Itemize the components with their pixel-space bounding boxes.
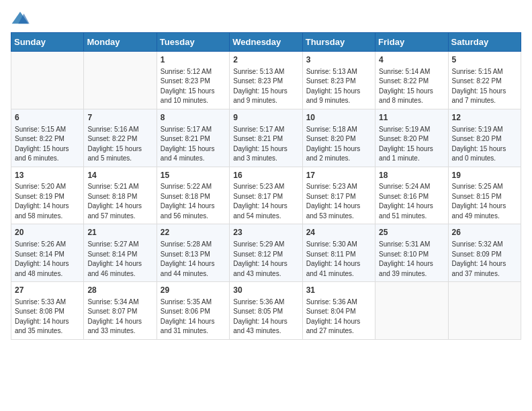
day-info: Sunrise: 5:29 AM Sunset: 8:12 PM Dayligh…	[233, 240, 298, 279]
day-number: 24	[306, 227, 371, 238]
calendar-cell: 11Sunrise: 5:19 AM Sunset: 8:20 PM Dayli…	[375, 109, 448, 167]
day-info: Sunrise: 5:17 AM Sunset: 8:21 PM Dayligh…	[161, 125, 226, 164]
day-number: 20	[15, 227, 80, 238]
calendar-cell: 18Sunrise: 5:24 AM Sunset: 8:16 PM Dayli…	[375, 167, 448, 224]
calendar-cell: 22Sunrise: 5:28 AM Sunset: 8:13 PM Dayli…	[157, 224, 229, 282]
day-info: Sunrise: 5:24 AM Sunset: 8:16 PM Dayligh…	[379, 182, 444, 221]
day-info: Sunrise: 5:26 AM Sunset: 8:14 PM Dayligh…	[15, 240, 80, 279]
col-header-monday: Monday	[84, 33, 157, 52]
day-info: Sunrise: 5:13 AM Sunset: 8:23 PM Dayligh…	[233, 67, 298, 106]
calendar-cell: 28Sunrise: 5:34 AM Sunset: 8:07 PM Dayli…	[84, 282, 157, 340]
day-info: Sunrise: 5:36 AM Sunset: 8:04 PM Dayligh…	[306, 298, 371, 336]
calendar-table: SundayMondayTuesdayWednesdayThursdayFrid…	[11, 32, 521, 340]
day-number: 21	[87, 227, 152, 238]
calendar-week-5: 27Sunrise: 5:33 AM Sunset: 8:08 PM Dayli…	[11, 282, 521, 340]
calendar-cell: 16Sunrise: 5:23 AM Sunset: 8:17 PM Dayli…	[230, 167, 302, 224]
day-number: 14	[87, 170, 152, 181]
day-info: Sunrise: 5:30 AM Sunset: 8:11 PM Dayligh…	[306, 240, 371, 279]
day-number: 31	[306, 285, 371, 296]
calendar-week-1: 1Sunrise: 5:12 AM Sunset: 8:23 PM Daylig…	[11, 52, 521, 109]
day-info: Sunrise: 5:28 AM Sunset: 8:13 PM Dayligh…	[161, 240, 226, 279]
calendar-cell: 19Sunrise: 5:25 AM Sunset: 8:15 PM Dayli…	[448, 167, 521, 224]
day-number: 7	[87, 112, 152, 124]
day-number: 29	[161, 285, 226, 296]
calendar-cell: 5Sunrise: 5:15 AM Sunset: 8:22 PM Daylig…	[448, 52, 521, 109]
day-number: 30	[233, 285, 298, 296]
day-number: 13	[15, 170, 80, 181]
page-header	[11, 11, 521, 26]
day-number: 1	[161, 54, 226, 66]
day-number: 16	[233, 170, 298, 181]
calendar-week-2: 6Sunrise: 5:15 AM Sunset: 8:22 PM Daylig…	[11, 109, 521, 167]
col-header-saturday: Saturday	[448, 33, 521, 52]
calendar-cell: 6Sunrise: 5:15 AM Sunset: 8:22 PM Daylig…	[11, 109, 84, 167]
day-info: Sunrise: 5:33 AM Sunset: 8:08 PM Dayligh…	[15, 298, 80, 336]
calendar-cell: 20Sunrise: 5:26 AM Sunset: 8:14 PM Dayli…	[11, 224, 84, 282]
calendar-cell	[84, 52, 157, 109]
day-number: 25	[379, 227, 444, 238]
col-header-friday: Friday	[375, 33, 448, 52]
logo-icon	[11, 11, 30, 26]
calendar-cell: 17Sunrise: 5:23 AM Sunset: 8:17 PM Dayli…	[302, 167, 375, 224]
day-info: Sunrise: 5:21 AM Sunset: 8:18 PM Dayligh…	[87, 182, 152, 221]
calendar-cell	[448, 282, 521, 340]
calendar-cell	[11, 52, 84, 109]
day-number: 19	[452, 170, 517, 181]
day-info: Sunrise: 5:31 AM Sunset: 8:10 PM Dayligh…	[379, 240, 444, 279]
calendar-cell: 7Sunrise: 5:16 AM Sunset: 8:22 PM Daylig…	[84, 109, 157, 167]
calendar-cell: 13Sunrise: 5:20 AM Sunset: 8:19 PM Dayli…	[11, 167, 84, 224]
calendar-cell: 9Sunrise: 5:17 AM Sunset: 8:21 PM Daylig…	[230, 109, 302, 167]
day-info: Sunrise: 5:20 AM Sunset: 8:19 PM Dayligh…	[15, 182, 80, 221]
calendar-cell: 26Sunrise: 5:32 AM Sunset: 8:09 PM Dayli…	[448, 224, 521, 282]
day-number: 12	[452, 112, 517, 124]
day-number: 22	[161, 227, 226, 238]
day-info: Sunrise: 5:23 AM Sunset: 8:17 PM Dayligh…	[233, 182, 298, 221]
day-number: 28	[87, 285, 152, 296]
calendar-cell: 14Sunrise: 5:21 AM Sunset: 8:18 PM Dayli…	[84, 167, 157, 224]
col-header-wednesday: Wednesday	[230, 33, 302, 52]
day-number: 17	[306, 170, 371, 181]
calendar-cell: 27Sunrise: 5:33 AM Sunset: 8:08 PM Dayli…	[11, 282, 84, 340]
calendar-cell: 8Sunrise: 5:17 AM Sunset: 8:21 PM Daylig…	[157, 109, 229, 167]
day-number: 5	[452, 54, 517, 66]
day-info: Sunrise: 5:15 AM Sunset: 8:22 PM Dayligh…	[15, 125, 80, 164]
calendar-week-4: 20Sunrise: 5:26 AM Sunset: 8:14 PM Dayli…	[11, 224, 521, 282]
day-number: 9	[233, 112, 298, 124]
day-info: Sunrise: 5:36 AM Sunset: 8:05 PM Dayligh…	[233, 298, 298, 336]
calendar-header-row: SundayMondayTuesdayWednesdayThursdayFrid…	[11, 33, 521, 52]
day-info: Sunrise: 5:15 AM Sunset: 8:22 PM Dayligh…	[452, 67, 517, 106]
day-info: Sunrise: 5:32 AM Sunset: 8:09 PM Dayligh…	[452, 240, 517, 279]
day-number: 15	[161, 170, 226, 181]
day-info: Sunrise: 5:19 AM Sunset: 8:20 PM Dayligh…	[379, 125, 444, 164]
calendar-cell: 31Sunrise: 5:36 AM Sunset: 8:04 PM Dayli…	[302, 282, 375, 340]
day-number: 26	[452, 227, 517, 238]
day-number: 11	[379, 112, 444, 124]
day-number: 8	[161, 112, 226, 124]
calendar-cell: 4Sunrise: 5:14 AM Sunset: 8:22 PM Daylig…	[375, 52, 448, 109]
calendar-cell: 24Sunrise: 5:30 AM Sunset: 8:11 PM Dayli…	[302, 224, 375, 282]
calendar-cell: 30Sunrise: 5:36 AM Sunset: 8:05 PM Dayli…	[230, 282, 302, 340]
calendar-cell: 23Sunrise: 5:29 AM Sunset: 8:12 PM Dayli…	[230, 224, 302, 282]
col-header-sunday: Sunday	[11, 33, 84, 52]
calendar-cell: 12Sunrise: 5:19 AM Sunset: 8:20 PM Dayli…	[448, 109, 521, 167]
day-info: Sunrise: 5:35 AM Sunset: 8:06 PM Dayligh…	[161, 298, 226, 336]
calendar-cell	[375, 282, 448, 340]
calendar-cell: 3Sunrise: 5:13 AM Sunset: 8:23 PM Daylig…	[302, 52, 375, 109]
day-number: 10	[306, 112, 371, 124]
calendar-cell: 10Sunrise: 5:18 AM Sunset: 8:20 PM Dayli…	[302, 109, 375, 167]
day-info: Sunrise: 5:13 AM Sunset: 8:23 PM Dayligh…	[306, 67, 371, 106]
day-info: Sunrise: 5:12 AM Sunset: 8:23 PM Dayligh…	[161, 67, 226, 106]
calendar-cell: 25Sunrise: 5:31 AM Sunset: 8:10 PM Dayli…	[375, 224, 448, 282]
calendar-week-3: 13Sunrise: 5:20 AM Sunset: 8:19 PM Dayli…	[11, 167, 521, 224]
col-header-thursday: Thursday	[302, 33, 375, 52]
logo	[11, 11, 32, 26]
day-info: Sunrise: 5:19 AM Sunset: 8:20 PM Dayligh…	[452, 125, 517, 164]
day-info: Sunrise: 5:17 AM Sunset: 8:21 PM Dayligh…	[233, 125, 298, 164]
day-info: Sunrise: 5:23 AM Sunset: 8:17 PM Dayligh…	[306, 182, 371, 221]
calendar-cell: 1Sunrise: 5:12 AM Sunset: 8:23 PM Daylig…	[157, 52, 229, 109]
day-info: Sunrise: 5:14 AM Sunset: 8:22 PM Dayligh…	[379, 67, 444, 106]
day-info: Sunrise: 5:27 AM Sunset: 8:14 PM Dayligh…	[87, 240, 152, 279]
day-info: Sunrise: 5:25 AM Sunset: 8:15 PM Dayligh…	[452, 182, 517, 221]
day-number: 27	[15, 285, 80, 296]
day-number: 3	[306, 54, 371, 66]
